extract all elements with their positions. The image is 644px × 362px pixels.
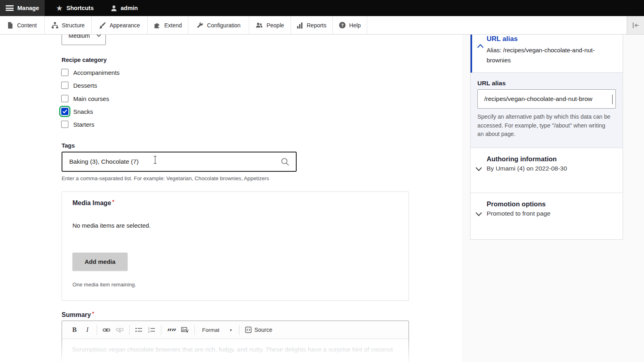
promotion-options-summary: Promoted to front page (487, 210, 623, 217)
tab-label: Content (17, 22, 37, 29)
tab-extend[interactable]: Extend (148, 16, 188, 34)
tags-help: Enter a comma-separated list. For exampl… (62, 175, 269, 181)
svg-text:?: ? (341, 23, 344, 28)
media-image-fieldset: Media Image No media items are selected.… (62, 191, 409, 301)
bulleted-list-icon (135, 327, 142, 333)
numbered-list-icon: 1 2 (148, 327, 155, 333)
appearance-icon (99, 22, 106, 29)
help-icon: ? (339, 22, 346, 29)
tags-input[interactable] (62, 158, 281, 165)
tags-field-wrapper (62, 152, 297, 172)
unlink-button[interactable] (116, 325, 124, 335)
text-caret (612, 95, 613, 104)
checkbox-label[interactable]: Snacks (73, 108, 93, 115)
promotion-options-section: Promotion options Promoted to front page (471, 200, 623, 239)
tab-content[interactable]: Content (0, 16, 45, 34)
collapse-left-icon (632, 23, 640, 28)
svg-text:2: 2 (148, 330, 150, 333)
url-alias-summary-section: URL alias Alias: /recipes/vegan-chocolat… (471, 35, 623, 73)
checkbox-row-snacks[interactable]: Snacks (61, 107, 93, 115)
url-alias-field-section: URL alias Specify an alternative path by… (471, 73, 623, 148)
tab-structure[interactable]: Structure (45, 16, 92, 34)
link-icon (103, 328, 110, 332)
tab-label: Structure (62, 22, 85, 29)
bold-button[interactable]: B (71, 325, 78, 335)
reports-icon (297, 22, 303, 29)
user-menu-button[interactable]: admin (105, 0, 144, 16)
link-button[interactable] (103, 325, 110, 335)
checkbox-desserts[interactable] (61, 82, 68, 89)
url-alias-help: Specify an alternative path by which thi… (477, 113, 613, 139)
checkbox-row-main-courses[interactable]: Main courses (61, 95, 109, 103)
tab-label: Reports (307, 22, 326, 29)
promotion-options-title[interactable]: Promotion options (487, 200, 623, 208)
italic-button[interactable]: I (84, 325, 91, 335)
media-remaining-text: One media item remaining. (72, 282, 136, 288)
url-alias-input-wrapper (477, 89, 616, 109)
checkbox-row-starters[interactable]: Starters (61, 120, 95, 128)
bulleted-list-button[interactable] (135, 325, 142, 335)
checkbox-row-accompaniments[interactable]: Accompaniments (61, 68, 120, 76)
unlink-icon (116, 327, 124, 333)
url-alias-summary-title[interactable]: URL alias (487, 35, 623, 43)
summary-content[interactable]: Scrumptious vegan chocolate brownies tha… (62, 339, 409, 360)
tab-label: Help (349, 22, 361, 29)
admin-menu-bar: Content Structure Appearance Extend (0, 16, 644, 35)
node-meta-panel: URL alias Alias: /recipes/vegan-chocolat… (470, 35, 623, 240)
checkbox-label[interactable]: Accompaniments (73, 69, 120, 76)
chevron-down-icon[interactable] (475, 167, 482, 171)
shortcuts-label: Shortcuts (66, 5, 94, 11)
content-icon (7, 22, 13, 29)
add-media-button[interactable]: Add media (72, 253, 128, 271)
chevron-up-icon[interactable] (477, 44, 484, 48)
url-alias-field-label: URL alias (477, 80, 506, 87)
summary-editor: B I (62, 321, 409, 362)
blockquote-button[interactable]: ”” (167, 323, 175, 337)
text-cursor-icon (153, 156, 157, 164)
manage-label: Manage (17, 5, 39, 11)
insert-media-button[interactable] (181, 325, 189, 335)
recipe-category-label: Recipe category (62, 57, 107, 63)
editor-toolbar: B I (62, 321, 409, 339)
tags-label: Tags (62, 142, 75, 149)
chevron-down-icon[interactable] (475, 212, 482, 216)
user-icon (111, 5, 117, 12)
tab-configuration[interactable]: Configuration (188, 16, 249, 34)
authoring-information-section: Authoring information By Umami (4) on 20… (471, 155, 623, 193)
admin-user-label: admin (121, 5, 138, 11)
search-icon (281, 157, 289, 166)
authoring-information-title[interactable]: Authoring information (487, 155, 623, 163)
check-icon (62, 109, 67, 113)
checkbox-row-desserts[interactable]: Desserts (61, 81, 97, 89)
extend-icon (154, 22, 161, 29)
checkbox-label[interactable]: Main courses (73, 95, 109, 102)
checkbox-label[interactable]: Starters (73, 121, 95, 128)
source-button[interactable]: Source (245, 327, 272, 333)
checkbox-label[interactable]: Desserts (73, 82, 97, 89)
checkbox-accompaniments[interactable] (61, 69, 68, 76)
url-alias-input[interactable] (478, 95, 615, 103)
checkbox-snacks[interactable] (61, 108, 68, 115)
collapse-sidebar-button[interactable] (627, 16, 644, 34)
shortcuts-menu-button[interactable]: ★ Shortcuts (50, 0, 99, 16)
summary-label: Summary (62, 311, 94, 319)
hamburger-icon (6, 5, 14, 11)
media-image-label: Media Image (72, 199, 114, 207)
structure-icon (52, 22, 58, 29)
tab-appearance[interactable]: Appearance (92, 16, 148, 34)
numbered-list-button[interactable]: 1 2 (148, 325, 155, 335)
format-dropdown[interactable]: Format ▾ (200, 327, 233, 333)
tab-people[interactable]: People (249, 16, 291, 34)
tab-label: Extend (164, 22, 182, 29)
checkbox-main-courses[interactable] (61, 95, 68, 102)
checkbox-starters[interactable] (61, 121, 68, 128)
tab-label: Configuration (207, 22, 240, 29)
insert-media-icon (181, 327, 189, 333)
tab-reports[interactable]: Reports (291, 16, 333, 34)
source-icon (245, 327, 252, 333)
media-empty-text: No media items are selected. (72, 222, 151, 229)
manage-menu-button[interactable]: Manage (0, 0, 45, 16)
authoring-information-summary: By Umami (4) on 2022-08-30 (487, 165, 623, 172)
tab-help[interactable]: ? Help (333, 16, 367, 34)
star-icon: ★ (56, 4, 63, 12)
